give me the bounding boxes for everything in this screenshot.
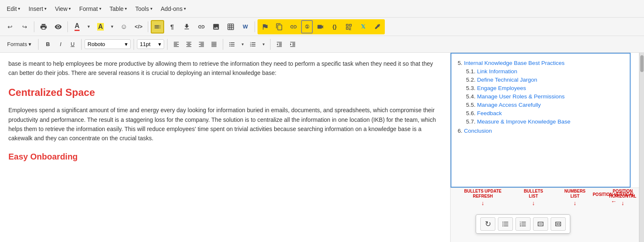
annotation-numbers: NUMBERS LIST ↓ [564, 189, 586, 206]
font-family-select[interactable]: Roboto ▾ [85, 39, 131, 49]
image-button[interactable] [209, 20, 223, 33]
separator [148, 21, 148, 32]
separator [167, 39, 167, 50]
bottom-toolbar: ↻ [476, 214, 570, 234]
twitter-button[interactable]: 𝕏 [356, 20, 370, 33]
chevron-down-icon: ▾ [44, 6, 46, 11]
toc-link-5-1[interactable]: Link Information [477, 68, 517, 75]
numbers-list-button[interactable] [515, 217, 531, 231]
toc-item-5-4: 5.4. Manage User Roles & Permissions [466, 93, 623, 100]
chevron-down-icon: ▾ [125, 6, 127, 11]
position-horizontal-button[interactable] [533, 217, 548, 231]
flag-button[interactable] [258, 20, 272, 33]
word-button[interactable]: W [239, 20, 252, 33]
align-left-button[interactable] [170, 39, 182, 50]
menu-table[interactable]: Table ▾ [106, 4, 130, 14]
eyedropper-button[interactable] [371, 20, 384, 33]
align-center-button[interactable] [183, 39, 195, 50]
toc-item-5-6: 5.6. Feedback [466, 110, 623, 116]
decrease-indent-button[interactable] [273, 39, 285, 50]
menu-tools[interactable]: Tools ▾ [132, 4, 156, 14]
badge-button[interactable]: ① [301, 20, 313, 33]
editor-intro-text: base is meant to help employees be more … [8, 59, 442, 78]
link2-button[interactable] [287, 20, 300, 33]
undo-button[interactable]: ↩ [3, 20, 17, 33]
italic-button[interactable]: I [56, 39, 65, 49]
separator [67, 21, 68, 32]
toc-link-best-practices[interactable]: Internal Knowledge Base Best Practices [464, 60, 564, 66]
chevron-down-icon: ▾ [28, 41, 31, 47]
bold-button[interactable]: B [41, 39, 54, 49]
toc-link-5-2[interactable]: Define Technical Jargon [477, 77, 537, 83]
toc-item-5-1: 5.1. Link Information [466, 68, 623, 75]
alignment-buttons [170, 39, 220, 50]
ann-arrow-numbers: ↓ [574, 200, 577, 206]
toc-item-5-5: 5.5. Manage Access Carefully [466, 101, 623, 108]
separator [38, 39, 39, 50]
menu-view[interactable]: View ▾ [52, 4, 74, 14]
chevron-down-icon: ▾ [184, 6, 186, 11]
toolbar1: ↩ ↪ A ▾ A ▾ ☺ </> ¶ [0, 18, 644, 36]
chevron-down-icon: ▾ [150, 6, 152, 11]
separator [223, 39, 223, 50]
highlight-button[interactable]: A [94, 20, 107, 33]
menu-bar: Edit ▾ Insert ▾ View ▾ Format ▾ Table ▾ … [0, 0, 644, 18]
table-insert-button[interactable] [224, 20, 237, 33]
link-button[interactable] [195, 20, 208, 33]
menu-edit[interactable]: Edit ▾ [3, 4, 23, 14]
chevron-down-icon: ▾ [18, 6, 20, 11]
toc-link-conclusion[interactable]: Conclusion [464, 128, 492, 134]
toc-panel: 5. Internal Knowledge Base Best Practice… [451, 53, 631, 188]
numbered-list-dropdown[interactable]: ▾ [260, 39, 267, 50]
paragraph-marks-button[interactable]: ¶ [165, 20, 179, 33]
emoji-button[interactable]: ☺ [117, 20, 131, 33]
toolbar2: Formats ▾ B I U Roboto ▾ 11pt ▾ [0, 36, 644, 53]
highlight-dropdown[interactable]: ▾ [108, 20, 116, 33]
bullet-list-dropdown[interactable]: ▾ [239, 39, 246, 50]
separator [134, 39, 134, 50]
toc-link-5-6[interactable]: Feedback [477, 110, 502, 116]
print-button[interactable] [37, 20, 50, 33]
scrollbar-thumb[interactable] [640, 55, 644, 72]
video-button[interactable] [314, 20, 327, 33]
separator [255, 21, 255, 32]
menu-addons[interactable]: Add-ons ▾ [157, 4, 189, 14]
position-vertical-button[interactable] [551, 217, 566, 231]
refresh-button[interactable]: ↻ [480, 217, 495, 231]
menu-format[interactable]: Format ▾ [76, 4, 104, 14]
redo-button[interactable]: ↪ [18, 20, 31, 33]
preview-button[interactable] [52, 20, 65, 33]
clipboard-button[interactable] [273, 20, 286, 33]
annotation-bullets: BULLETS LIST ↓ [523, 189, 544, 206]
increase-indent-button[interactable] [287, 39, 299, 50]
bullet-list-button[interactable] [226, 39, 238, 50]
align-justify-button[interactable] [208, 39, 220, 50]
code-button[interactable]: </> [132, 20, 145, 33]
underline-button[interactable]: U [67, 39, 78, 49]
qr-button[interactable] [342, 20, 355, 33]
ann-arrow-update: ↓ [482, 200, 484, 206]
bullets-list-button[interactable] [498, 217, 513, 231]
font-color-button[interactable]: A [70, 20, 84, 33]
download-button[interactable] [180, 20, 193, 33]
align-right-button[interactable] [196, 39, 207, 50]
code2-button[interactable]: {} [328, 20, 341, 33]
chevron-down-icon: ▾ [158, 41, 161, 47]
toc-button[interactable] [151, 20, 164, 33]
heading-centralized-space: Centralized Space [8, 85, 442, 100]
editor-panel[interactable]: base is meant to help employees be more … [0, 53, 451, 242]
toc-item-5-7: 5.7. Measure & Improve Knowledge Base [466, 118, 623, 125]
font-size-select[interactable]: 11pt ▾ [137, 39, 164, 49]
menu-insert[interactable]: Insert ▾ [25, 4, 50, 14]
toc-link-5-3[interactable]: Engage Employees [477, 85, 526, 91]
ann-arrow-pos-v: ← [611, 198, 617, 205]
toc-link-5-7[interactable]: Measure & Improve Knowledge Base [477, 118, 570, 125]
numbered-list-button[interactable] [247, 39, 259, 50]
formats-dropdown[interactable]: Formats ▾ [3, 39, 35, 49]
font-color-dropdown[interactable]: ▾ [85, 20, 93, 33]
toc-link-5-5[interactable]: Manage Access Carefully [477, 102, 541, 108]
annotation-area: ↻ BULLETS [451, 188, 639, 242]
scrollbar[interactable] [639, 53, 644, 242]
toc-link-5-4[interactable]: Manage User Roles & Permissions [477, 93, 564, 100]
annotation-update: BULLETS UPDATE REFRESH ↓ [463, 189, 502, 206]
